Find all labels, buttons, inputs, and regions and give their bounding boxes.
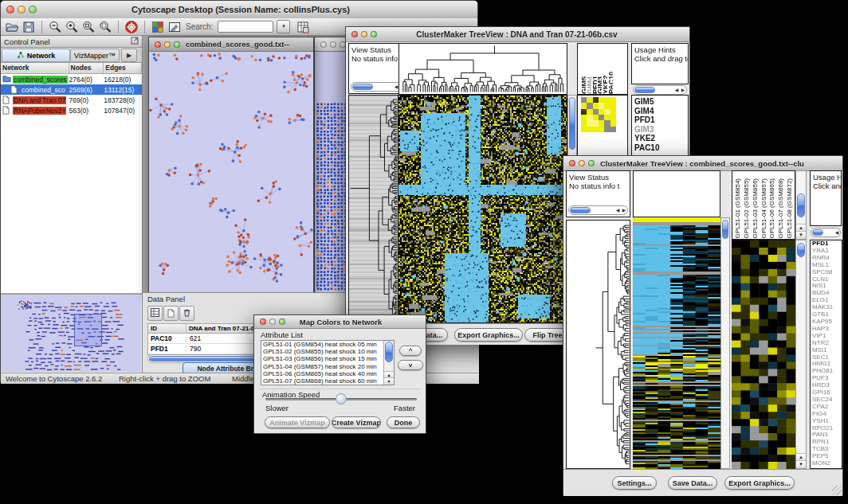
matrix-cell[interactable]: [593, 103, 599, 108]
float-panel-icon[interactable]: [131, 37, 139, 46]
save-button[interactable]: [22, 20, 36, 34]
minimize-button[interactable]: [361, 31, 367, 37]
tab-overflow-arrow[interactable]: ▶: [121, 49, 137, 62]
zoom-fit-button[interactable]: [98, 20, 112, 34]
network-list-row[interactable]: DNA and Tran 07769(0)183728(0): [1, 95, 142, 105]
close-button[interactable]: [320, 41, 327, 48]
close-button[interactable]: [155, 41, 161, 48]
tv1-gene-label[interactable]: GIM5: [632, 97, 688, 107]
col-nodes[interactable]: Nodes: [69, 63, 104, 73]
scroll-down-arrow[interactable]: ▼: [796, 231, 806, 239]
tab-network[interactable]: Network: [2, 49, 70, 62]
tv2-column-label[interactable]: GPL51-03 (GSM856): [752, 178, 760, 239]
scrollbar-thumb[interactable]: [722, 220, 728, 239]
search-input[interactable]: [218, 21, 273, 33]
scroll-down-arrow[interactable]: ▼: [796, 460, 806, 468]
matrix-cell[interactable]: [587, 115, 592, 120]
zoom-out-button[interactable]: [48, 20, 62, 34]
scrollbar-thumb[interactable]: [797, 243, 805, 257]
new-attribute-button[interactable]: [163, 306, 179, 321]
scrollbar-thumb[interactable]: [385, 342, 393, 362]
search-dropdown-button[interactable]: ▼: [277, 20, 290, 33]
table-import-button[interactable]: [296, 20, 310, 34]
scrollbar-thumb[interactable]: [352, 84, 373, 90]
matrix-cell[interactable]: [604, 115, 610, 120]
vizmapper-palette-button[interactable]: [151, 20, 165, 34]
matrix-cell[interactable]: [581, 127, 587, 132]
tv2-zoom-vscrollbar[interactable]: ▲ ▼: [795, 240, 807, 469]
tv2-row-dendrogram[interactable]: [567, 221, 630, 468]
zoom-window-button[interactable]: [29, 6, 37, 14]
matrix-cell[interactable]: [604, 97, 610, 103]
tv1-correlation-matrix[interactable]: [581, 97, 616, 132]
tv1-gene-label[interactable]: GIM3: [632, 125, 688, 135]
scrollbar-thumb[interactable]: [812, 229, 823, 236]
tv2-zoom-heatmap-panel[interactable]: [732, 240, 795, 469]
network-canvas[interactable]: [149, 52, 313, 293]
tv2-zoom-heatmap[interactable]: [732, 240, 795, 469]
open-file-button[interactable]: [5, 20, 19, 34]
matrix-cell[interactable]: [610, 115, 616, 120]
save-data-button[interactable]: Save Data...: [668, 476, 717, 490]
scroll-left-arrow[interactable]: ◀: [673, 86, 680, 94]
tv1-gene-label[interactable]: PFD1: [632, 115, 688, 125]
matrix-cell[interactable]: [593, 127, 599, 132]
scroll-right-arrow[interactable]: ▶: [680, 86, 686, 94]
matrix-cell[interactable]: [593, 109, 599, 115]
attribute-list-item[interactable]: GPL51-02 (GSM855) heat shock 10 min: [261, 348, 394, 355]
matrix-cell[interactable]: [610, 109, 616, 115]
matrix-cell[interactable]: [587, 127, 592, 132]
matrix-cell[interactable]: [610, 97, 616, 103]
tv1-column-label[interactable]: GIM5: [580, 76, 586, 94]
zoom-window-button[interactable]: [371, 31, 377, 37]
matrix-cell[interactable]: [581, 103, 587, 108]
matrix-cell[interactable]: [587, 120, 592, 126]
tv1-column-dendrogram-panel[interactable]: [398, 43, 567, 95]
zoom-window-button[interactable]: [588, 160, 595, 166]
attribute-list-vscrollbar[interactable]: ▲ ▼: [383, 341, 394, 385]
matrix-cell[interactable]: [599, 97, 604, 103]
matrix-cell[interactable]: [581, 120, 587, 126]
minimize-button[interactable]: [164, 41, 171, 48]
col-network[interactable]: Network: [1, 63, 69, 73]
select-attributes-button[interactable]: [147, 306, 163, 321]
tv1-heatmap-canvas[interactable]: [398, 96, 567, 322]
tv1-row-dendrogram[interactable]: [349, 96, 398, 322]
tv2-collabels-vscrollbar[interactable]: ▲ ▼: [795, 170, 807, 240]
matrix-cell[interactable]: [610, 127, 616, 132]
close-button[interactable]: [260, 318, 266, 325]
tv1-column-label[interactable]: PAC10: [607, 72, 613, 94]
network-list-row[interactable]: combined_scores2764(0)16218(0): [1, 74, 142, 84]
tv1-column-label[interactable]: GIM4: [586, 76, 591, 94]
resize-grip[interactable]: [832, 486, 842, 495]
scrollbar-thumb[interactable]: [569, 97, 575, 150]
attribute-list[interactable]: GPL51-01 (GSM854) heat shock 05 minGPL51…: [261, 340, 395, 385]
settings-button[interactable]: Settings...: [612, 476, 657, 490]
matrix-cell[interactable]: [593, 115, 599, 120]
matrix-cell[interactable]: [593, 97, 599, 103]
col-id[interactable]: ID: [148, 324, 186, 333]
col-edges[interactable]: Edges: [104, 63, 142, 73]
attribute-list-item[interactable]: GPL51-03 (GSM856) heat shock 15 min: [261, 355, 394, 362]
matrix-cell[interactable]: [610, 103, 616, 108]
tv2-usage-hscrollbar[interactable]: ◀: [811, 228, 841, 237]
network-overview-canvas[interactable]: [1, 295, 141, 372]
tv1-gene-label[interactable]: YKE2: [632, 134, 688, 143]
tv1-gene-label[interactable]: PAC10: [632, 143, 688, 153]
scroll-left-arrow[interactable]: ◀: [834, 229, 840, 236]
matrix-cell[interactable]: [604, 103, 610, 108]
tv2-heatmap-strip[interactable]: [633, 217, 720, 469]
animation-speed-slider[interactable]: [265, 398, 417, 400]
minimize-button[interactable]: [269, 318, 276, 325]
tab-vizmapper[interactable]: VizMapper™: [70, 49, 120, 62]
matrix-cell[interactable]: [604, 109, 610, 115]
move-attribute-up-button[interactable]: ^: [399, 346, 422, 356]
scrollbar-thumb[interactable]: [634, 87, 655, 93]
tv1-row-dendrogram-panel[interactable]: [348, 95, 398, 323]
attribute-list-item[interactable]: GPL51-06 (GSM865) heat shock 40 min: [261, 370, 394, 377]
tv2-column-label[interactable]: GPL51-04 (GSM857): [760, 178, 769, 239]
tv1-gene-label[interactable]: GIM4: [632, 107, 688, 116]
matrix-cell[interactable]: [599, 120, 604, 126]
tv2-column-label[interactable]: GPL51-08 (GSM872): [786, 178, 795, 239]
tv2-gene-label[interactable]: MON2: [811, 460, 842, 467]
